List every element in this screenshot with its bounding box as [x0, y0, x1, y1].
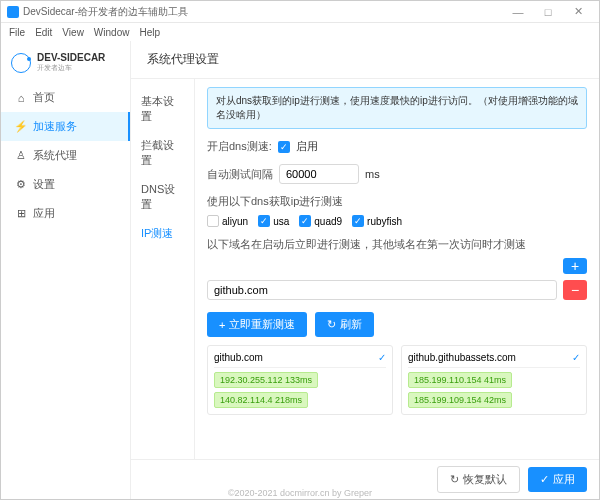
- nav-settings[interactable]: ⚙设置: [1, 170, 130, 199]
- ip-badge: 185.199.110.154 41ms: [408, 372, 512, 388]
- interval-unit: ms: [365, 168, 380, 180]
- tab-ipspeed[interactable]: IP测速: [131, 219, 194, 248]
- nav-accelerate[interactable]: ⚡加速服务: [1, 112, 130, 141]
- enable-text: 启用: [296, 139, 318, 154]
- app-icon: [7, 6, 19, 18]
- apps-icon: ⊞: [15, 208, 27, 220]
- remove-domain-button[interactable]: −: [563, 280, 587, 300]
- tab-list: 基本设置 拦截设置 DNS设置 IP测速: [131, 79, 195, 459]
- sidebar: DEV-SIDECAR 开发者边车 ⌂首页 ⚡加速服务 ♙系统代理 ⚙设置 ⊞应…: [1, 41, 131, 499]
- menu-bar: File Edit View Window Help: [1, 23, 599, 41]
- dns-section-label: 使用以下dns获取ip进行测速: [207, 194, 587, 209]
- close-button[interactable]: ✕: [563, 5, 593, 18]
- enable-label: 开启dns测速:: [207, 139, 272, 154]
- result-card: github.githubassets.com✓ 185.199.110.154…: [401, 345, 587, 415]
- plus-icon: +: [219, 319, 225, 331]
- maximize-button[interactable]: □: [533, 6, 563, 18]
- nav-home[interactable]: ⌂首页: [1, 83, 130, 112]
- tab-basic[interactable]: 基本设置: [131, 87, 194, 131]
- menu-edit[interactable]: Edit: [35, 27, 52, 38]
- domain-input[interactable]: [207, 280, 557, 300]
- menu-window[interactable]: Window: [94, 27, 130, 38]
- check-icon: ✓: [540, 473, 549, 486]
- chk-aliyun[interactable]: [207, 215, 219, 227]
- ip-badge: 192.30.255.112 133ms: [214, 372, 318, 388]
- copyright: ©2020-2021 docmirror.cn by Greper: [228, 488, 372, 498]
- sync-icon: ↻: [450, 473, 459, 486]
- result-card: github.com✓ 192.30.255.112 133ms 140.82.…: [207, 345, 393, 415]
- apply-button[interactable]: ✓应用: [528, 467, 587, 492]
- info-box: 对从dns获取到的ip进行测速，使用速度最快的ip进行访问。（对使用增强功能的域…: [207, 87, 587, 129]
- nav-apps[interactable]: ⊞应用: [1, 199, 130, 228]
- minimize-button[interactable]: —: [503, 6, 533, 18]
- tab-intercept[interactable]: 拦截设置: [131, 131, 194, 175]
- page-title: 系统代理设置: [131, 41, 599, 79]
- interval-input[interactable]: [279, 164, 359, 184]
- refresh-icon: ↻: [327, 318, 336, 331]
- tab-dns[interactable]: DNS设置: [131, 175, 194, 219]
- menu-file[interactable]: File: [9, 27, 25, 38]
- user-icon: ♙: [15, 150, 27, 162]
- retest-button[interactable]: +立即重新测速: [207, 312, 307, 337]
- logo: DEV-SIDECAR 开发者边车: [1, 47, 130, 83]
- add-domain-button[interactable]: +: [563, 258, 587, 274]
- chk-usa[interactable]: ✓: [258, 215, 270, 227]
- ip-badge: 185.199.109.154 42ms: [408, 392, 512, 408]
- gear-icon: ⚙: [15, 179, 27, 191]
- restore-button[interactable]: ↻恢复默认: [437, 466, 520, 493]
- thunder-icon: ⚡: [15, 121, 27, 133]
- check-icon: ✓: [572, 352, 580, 363]
- chk-rubyfish[interactable]: ✓: [352, 215, 364, 227]
- ip-badge: 140.82.114.4 218ms: [214, 392, 308, 408]
- domain-section-label: 以下域名在启动后立即进行测速，其他域名在第一次访问时才测速: [207, 237, 587, 252]
- enable-checkbox[interactable]: ✓: [278, 141, 290, 153]
- nav-proxy[interactable]: ♙系统代理: [1, 141, 130, 170]
- logo-icon: [11, 53, 31, 73]
- menu-view[interactable]: View: [62, 27, 84, 38]
- interval-label: 自动测试间隔: [207, 167, 273, 182]
- check-icon: ✓: [378, 352, 386, 363]
- home-icon: ⌂: [15, 92, 27, 104]
- refresh-button[interactable]: ↻刷新: [315, 312, 374, 337]
- chk-quad9[interactable]: ✓: [299, 215, 311, 227]
- menu-help[interactable]: Help: [139, 27, 160, 38]
- window-title: DevSidecar-给开发者的边车辅助工具: [23, 5, 503, 19]
